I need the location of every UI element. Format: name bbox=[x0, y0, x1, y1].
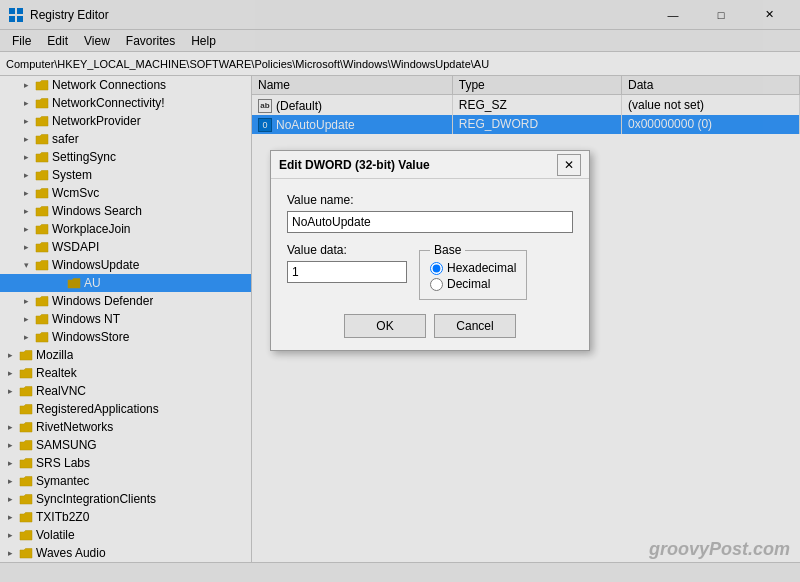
value-data-input[interactable] bbox=[287, 261, 407, 283]
table-row[interactable]: 0 NoAutoUpdate REG_DWORD 0x00000000 (0) bbox=[252, 115, 800, 134]
default-value-icon: ab bbox=[258, 99, 272, 113]
menu-help[interactable]: Help bbox=[183, 32, 224, 50]
tree-item-network-connectivity[interactable]: NetworkConnectivity! bbox=[0, 94, 251, 112]
folder-icon bbox=[34, 257, 50, 273]
tree-item-setting-sync[interactable]: SettingSync bbox=[0, 148, 251, 166]
tree-item-mozilla[interactable]: Mozilla bbox=[0, 346, 251, 364]
tree-item-sync-integration[interactable]: SyncIntegrationClients bbox=[0, 490, 251, 508]
tree-item-windows-search[interactable]: Windows Search bbox=[0, 202, 251, 220]
tree-item-workplacejoin[interactable]: WorkplaceJoin bbox=[0, 220, 251, 238]
expand-icon[interactable] bbox=[2, 365, 18, 381]
maximize-button[interactable]: □ bbox=[698, 0, 744, 30]
expand-icon[interactable] bbox=[2, 419, 18, 435]
tree-item-windowsupdate[interactable]: WindowsUpdate bbox=[0, 256, 251, 274]
expand-icon[interactable] bbox=[18, 329, 34, 345]
tree-item-windows-defender[interactable]: Windows Defender bbox=[0, 292, 251, 310]
tree-label: Windows Defender bbox=[52, 294, 153, 308]
menu-bar: File Edit View Favorites Help bbox=[0, 30, 800, 52]
status-bar bbox=[0, 562, 800, 582]
folder-icon bbox=[18, 347, 34, 363]
tree-item-realvnc[interactable]: RealVNC bbox=[0, 382, 251, 400]
menu-favorites[interactable]: Favorites bbox=[118, 32, 183, 50]
tree-label: Waves Audio bbox=[36, 546, 106, 560]
tree-label: WcmSvc bbox=[52, 186, 99, 200]
radio-decimal[interactable]: Decimal bbox=[430, 277, 516, 291]
expand-icon[interactable] bbox=[18, 185, 34, 201]
expand-icon[interactable] bbox=[18, 257, 34, 273]
expand-icon[interactable] bbox=[18, 221, 34, 237]
expand-icon[interactable] bbox=[2, 383, 18, 399]
cell-name: 0 NoAutoUpdate bbox=[252, 115, 452, 134]
tree-label: SettingSync bbox=[52, 150, 116, 164]
close-button[interactable]: ✕ bbox=[746, 0, 792, 30]
expand-icon[interactable] bbox=[2, 545, 18, 561]
tree-item-wcmsvc[interactable]: WcmSvc bbox=[0, 184, 251, 202]
svg-rect-2 bbox=[9, 16, 15, 22]
tree-item-txitb2z0[interactable]: TXITb2Z0 bbox=[0, 508, 251, 526]
expand-icon[interactable] bbox=[18, 167, 34, 183]
table-row[interactable]: ab (Default) REG_SZ (value not set) bbox=[252, 95, 800, 115]
folder-icon bbox=[18, 437, 34, 453]
expand-icon[interactable] bbox=[18, 239, 34, 255]
dword-value-icon: 0 bbox=[258, 118, 272, 132]
tree-label: NetworkConnectivity! bbox=[52, 96, 165, 110]
tree-item-srs-labs[interactable]: SRS Labs bbox=[0, 454, 251, 472]
hexadecimal-radio[interactable] bbox=[430, 262, 443, 275]
tree-item-windowsstore[interactable]: WindowsStore bbox=[0, 328, 251, 346]
ok-button[interactable]: OK bbox=[344, 314, 426, 338]
cancel-button[interactable]: Cancel bbox=[434, 314, 516, 338]
expand-icon[interactable] bbox=[2, 509, 18, 525]
tree-item-volatile[interactable]: Volatile bbox=[0, 526, 251, 544]
tree-item-au[interactable]: AU bbox=[0, 274, 251, 292]
base-fieldset: Base Hexadecimal Decimal bbox=[419, 243, 527, 300]
address-path: Computer\HKEY_LOCAL_MACHINE\SOFTWARE\Pol… bbox=[6, 58, 489, 70]
tree-label: TXITb2Z0 bbox=[36, 510, 89, 524]
dialog-title-bar: Edit DWORD (32-bit) Value ✕ bbox=[271, 151, 589, 179]
folder-icon bbox=[34, 329, 50, 345]
expand-icon[interactable] bbox=[18, 131, 34, 147]
value-name-input[interactable] bbox=[287, 211, 573, 233]
expand-icon[interactable] bbox=[2, 437, 18, 453]
expand-icon[interactable] bbox=[2, 347, 18, 363]
expand-icon[interactable] bbox=[18, 77, 34, 93]
tree-item-symantec[interactable]: Symantec bbox=[0, 472, 251, 490]
decimal-radio[interactable] bbox=[430, 278, 443, 291]
expand-icon[interactable] bbox=[18, 293, 34, 309]
tree-item-rivet-networks[interactable]: RivetNetworks bbox=[0, 418, 251, 436]
dialog-title: Edit DWORD (32-bit) Value bbox=[279, 158, 557, 172]
radio-hexadecimal[interactable]: Hexadecimal bbox=[430, 261, 516, 275]
tree-item-network-provider[interactable]: NetworkProvider bbox=[0, 112, 251, 130]
menu-edit[interactable]: Edit bbox=[39, 32, 76, 50]
tree-item-realtek[interactable]: Realtek bbox=[0, 364, 251, 382]
tree-item-samsung[interactable]: SAMSUNG bbox=[0, 436, 251, 454]
value-name-label: Value name: bbox=[287, 193, 573, 207]
tree-panel[interactable]: Network Connections NetworkConnectivity!… bbox=[0, 76, 252, 562]
tree-item-safer[interactable]: safer bbox=[0, 130, 251, 148]
cell-name: ab (Default) bbox=[252, 95, 452, 115]
tree-item-registered-apps[interactable]: RegisteredApplications bbox=[0, 400, 251, 418]
expand-icon[interactable] bbox=[2, 455, 18, 471]
expand-icon[interactable] bbox=[18, 311, 34, 327]
tree-item-waves-audio[interactable]: Waves Audio bbox=[0, 544, 251, 562]
minimize-button[interactable]: — bbox=[650, 0, 696, 30]
tree-item-network-connections[interactable]: Network Connections bbox=[0, 76, 251, 94]
expand-icon[interactable] bbox=[18, 113, 34, 129]
tree-label: safer bbox=[52, 132, 79, 146]
tree-item-system[interactable]: System bbox=[0, 166, 251, 184]
tree-item-windows-nt[interactable]: Windows NT bbox=[0, 310, 251, 328]
menu-file[interactable]: File bbox=[4, 32, 39, 50]
expand-icon[interactable] bbox=[2, 527, 18, 543]
expand-icon[interactable] bbox=[18, 95, 34, 111]
tree-item-wsdapi[interactable]: WSDAPI bbox=[0, 238, 251, 256]
expand-icon[interactable] bbox=[2, 473, 18, 489]
app-icon bbox=[8, 7, 24, 23]
folder-icon bbox=[34, 167, 50, 183]
dialog-close-button[interactable]: ✕ bbox=[557, 154, 581, 176]
folder-icon bbox=[18, 509, 34, 525]
folder-icon bbox=[34, 77, 50, 93]
expand-icon[interactable] bbox=[18, 203, 34, 219]
expand-icon[interactable] bbox=[2, 491, 18, 507]
svg-rect-3 bbox=[17, 16, 23, 22]
menu-view[interactable]: View bbox=[76, 32, 118, 50]
expand-icon[interactable] bbox=[18, 149, 34, 165]
